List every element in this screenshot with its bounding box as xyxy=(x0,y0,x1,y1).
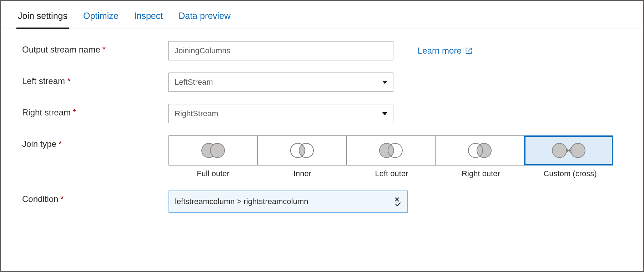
label-output-stream: Output stream name* xyxy=(22,41,168,55)
tab-bar: Join settings Optimize Inspect Data prev… xyxy=(1,6,643,29)
caption-full-outer: Full outer xyxy=(168,165,258,178)
svg-point-8 xyxy=(379,143,394,158)
label-condition: Condition* xyxy=(22,191,168,204)
join-type-full-outer[interactable] xyxy=(168,135,258,165)
chevron-down-icon xyxy=(382,112,387,115)
join-type-left-outer[interactable] xyxy=(346,135,436,165)
chevron-down-icon xyxy=(382,81,387,84)
tab-optimize[interactable]: Optimize xyxy=(82,6,120,29)
label-join-type: Join type* xyxy=(22,135,168,149)
svg-point-1 xyxy=(210,143,225,158)
external-link-icon xyxy=(465,47,472,54)
join-type-right-outer[interactable] xyxy=(435,135,524,165)
join-type-inner[interactable] xyxy=(257,135,347,165)
right-stream-select[interactable]: RightStream xyxy=(168,104,393,123)
venn-inner-icon xyxy=(288,143,316,158)
svg-point-12 xyxy=(552,143,567,158)
svg-point-10 xyxy=(477,143,491,158)
left-stream-select[interactable]: LeftStream xyxy=(168,73,393,92)
learn-more-link[interactable]: Learn more xyxy=(418,46,472,56)
venn-cross-icon xyxy=(552,143,586,158)
caption-custom-cross: Custom (cross) xyxy=(525,165,615,178)
condition-input[interactable]: leftstreamcolumn > rightstreamcolumn xyxy=(168,191,408,213)
svg-point-13 xyxy=(571,143,585,158)
clear-validate-icon[interactable] xyxy=(394,197,401,207)
caption-right-outer: Right outer xyxy=(436,165,525,178)
tab-inspect[interactable]: Inspect xyxy=(133,6,165,29)
tab-join-settings[interactable]: Join settings xyxy=(16,6,69,29)
venn-right-outer-icon xyxy=(466,143,494,158)
join-type-custom-cross[interactable] xyxy=(524,135,613,165)
venn-full-outer-icon xyxy=(199,143,227,158)
caption-left-outer: Left outer xyxy=(347,165,436,178)
caption-inner: Inner xyxy=(258,165,347,178)
tab-data-preview[interactable]: Data preview xyxy=(177,6,232,29)
label-left-stream: Left stream* xyxy=(22,73,168,86)
venn-left-outer-icon xyxy=(377,143,405,158)
label-right-stream: Right stream* xyxy=(22,104,168,118)
output-stream-input[interactable] xyxy=(168,41,393,60)
form-panel: Output stream name* Learn more Left stre… xyxy=(1,29,643,213)
